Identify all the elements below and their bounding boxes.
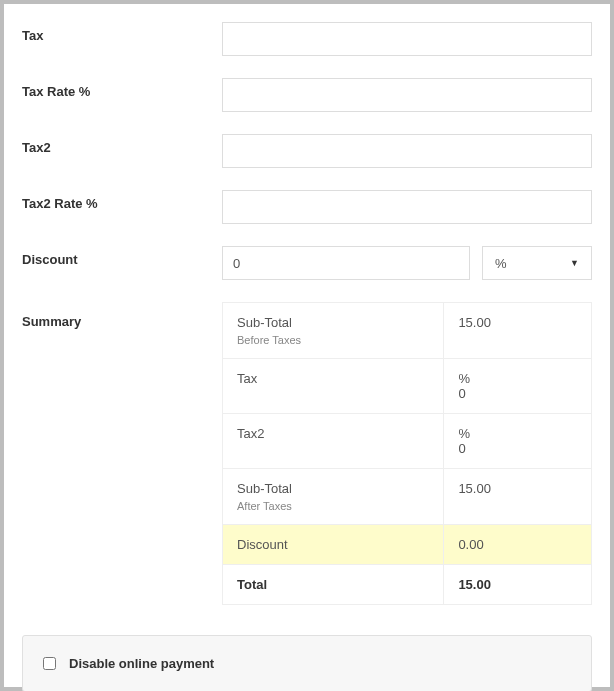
tax-input[interactable] <box>222 22 592 56</box>
option-panel: Disable online payment <box>22 635 592 691</box>
subtotal-before-label: Sub-Total <box>237 315 429 330</box>
subtotal-before-value: 15.00 <box>444 303 592 359</box>
disable-online-payment-checkbox[interactable] <box>43 657 56 670</box>
table-row: Sub-Total Before Taxes 15.00 <box>223 303 592 359</box>
tax-label: Tax <box>22 22 222 43</box>
subtotal-after-value: 15.00 <box>444 469 592 525</box>
summary-total-label: Total <box>223 565 444 605</box>
summary-label: Summary <box>22 302 222 329</box>
subtotal-before-sub: Before Taxes <box>237 334 429 346</box>
chevron-down-icon: ▼ <box>570 258 579 268</box>
discount-input[interactable] <box>222 246 470 280</box>
tax-rate-input[interactable] <box>222 78 592 112</box>
table-row: Total 15.00 <box>223 565 592 605</box>
tax2-input[interactable] <box>222 134 592 168</box>
discount-label: Discount <box>22 246 222 267</box>
summary-discount-value: 0.00 <box>444 525 592 565</box>
table-row: Sub-Total After Taxes 15.00 <box>223 469 592 525</box>
discount-unit-select[interactable]: % ▼ <box>482 246 592 280</box>
subtotal-after-sub: After Taxes <box>237 500 429 512</box>
summary-table: Sub-Total Before Taxes 15.00 Tax % 0 Ta <box>222 302 592 605</box>
summary-tax2-label: Tax2 <box>223 414 444 469</box>
summary-tax-line1: % <box>458 371 577 386</box>
summary-tax2-line1: % <box>458 426 577 441</box>
tax2-rate-input[interactable] <box>222 190 592 224</box>
tax-rate-label: Tax Rate % <box>22 78 222 99</box>
subtotal-after-label: Sub-Total <box>237 481 429 496</box>
summary-discount-label: Discount <box>223 525 444 565</box>
summary-total-value: 15.00 <box>444 565 592 605</box>
table-row: Discount 0.00 <box>223 525 592 565</box>
discount-unit-value: % <box>495 256 507 271</box>
disable-online-payment-label: Disable online payment <box>69 656 214 671</box>
summary-tax2-line2: 0 <box>458 441 577 456</box>
tax2-rate-label: Tax2 Rate % <box>22 190 222 211</box>
summary-tax-line2: 0 <box>458 386 577 401</box>
tax2-label: Tax2 <box>22 134 222 155</box>
summary-tax-label: Tax <box>223 359 444 414</box>
table-row: Tax % 0 <box>223 359 592 414</box>
table-row: Tax2 % 0 <box>223 414 592 469</box>
